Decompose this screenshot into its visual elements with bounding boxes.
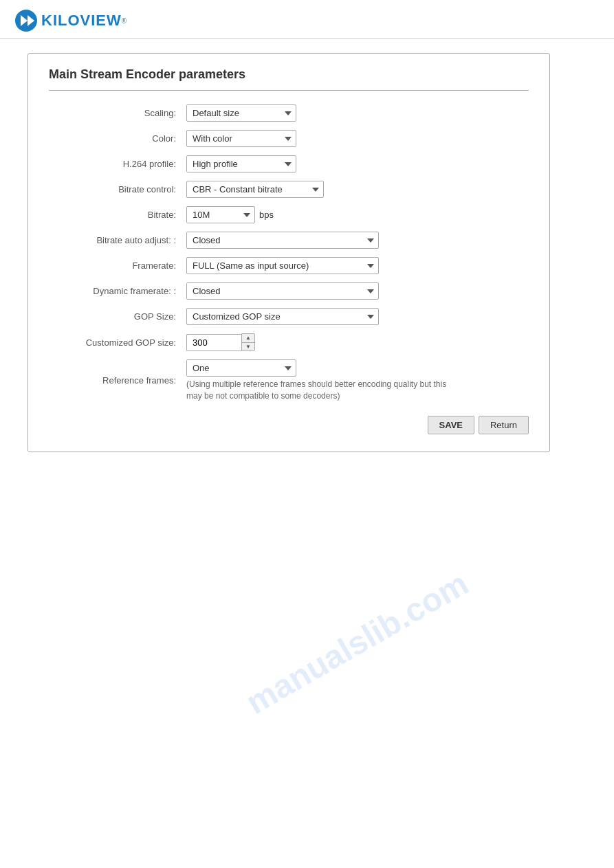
- dynamic-framerate-select[interactable]: Closed Opened: [186, 282, 379, 300]
- dynamic-framerate-control: Closed Opened: [186, 282, 529, 300]
- buttons-row: SAVE Return: [49, 416, 529, 434]
- logo-reg: ®: [122, 17, 127, 25]
- bitrate-control-label: Bitrate control:: [49, 184, 186, 194]
- customized-gop-label: Customized GOP size:: [49, 337, 186, 348]
- bitrate-control-control: CBR - Constant bitrate VBR - Variable bi…: [186, 181, 529, 198]
- customized-gop-input[interactable]: [186, 334, 241, 351]
- gop-size-control: Customized GOP size Auto GOP size: [186, 308, 529, 325]
- auto-adjust-label: Bitrate auto adjust: :: [49, 235, 186, 245]
- scaling-row: Scaling: Default size Custom size: [49, 104, 529, 122]
- panel-divider: [49, 90, 529, 91]
- bps-label: bps: [259, 210, 274, 220]
- h264-control: High profile Main profile Baseline profi…: [186, 155, 529, 173]
- auto-adjust-control: Closed Opened: [186, 232, 529, 249]
- gop-size-select[interactable]: Customized GOP size Auto GOP size: [186, 308, 379, 325]
- logo-text: KILOVIEW: [41, 12, 122, 30]
- encoder-panel: Main Stream Encoder parameters Scaling: …: [28, 53, 550, 452]
- customized-gop-row: Customized GOP size: ▲ ▼: [49, 333, 529, 351]
- auto-adjust-row: Bitrate auto adjust: : Closed Opened: [49, 232, 529, 249]
- h264-row: H.264 profile: High profile Main profile…: [49, 155, 529, 173]
- framerate-label: Framerate:: [49, 260, 186, 271]
- color-label: Color:: [49, 133, 186, 144]
- reference-frames-label: Reference frames:: [49, 375, 186, 386]
- reference-frames-note: (Using multiple reference frames should …: [186, 379, 461, 402]
- color-select[interactable]: With color Black and white: [186, 130, 296, 147]
- framerate-select[interactable]: FULL (Same as input source) 25fps 30fps …: [186, 257, 379, 274]
- bitrate-row: Bitrate: 1M 2M 4M 6M 8M 10M 15M 20M bps: [49, 206, 529, 223]
- gop-size-row: GOP Size: Customized GOP size Auto GOP s…: [49, 308, 529, 325]
- gop-size-label: GOP Size:: [49, 311, 186, 322]
- framerate-control: FULL (Same as input source) 25fps 30fps …: [186, 257, 529, 274]
- spinner-down-button[interactable]: ▼: [242, 342, 254, 350]
- header: KILOVIEW®: [0, 0, 614, 39]
- scaling-label: Scaling:: [49, 108, 186, 118]
- color-row: Color: With color Black and white: [49, 130, 529, 147]
- bitrate-label: Bitrate:: [49, 210, 186, 220]
- customized-gop-control: ▲ ▼: [186, 333, 529, 351]
- bitrate-control-row: Bitrate control: CBR - Constant bitrate …: [49, 181, 529, 198]
- kiloview-logo-icon: [14, 8, 39, 33]
- logo: KILOVIEW®: [14, 8, 127, 33]
- main-content: Main Stream Encoder parameters Scaling: …: [0, 39, 614, 466]
- bitrate-select[interactable]: 1M 2M 4M 6M 8M 10M 15M 20M: [186, 206, 255, 223]
- save-button[interactable]: SAVE: [428, 416, 474, 434]
- spinner-buttons: ▲ ▼: [241, 333, 255, 351]
- color-control: With color Black and white: [186, 130, 529, 147]
- reference-frames-control: One Two Three Four (Using multiple refer…: [186, 359, 529, 402]
- reference-frames-select[interactable]: One Two Three Four: [186, 359, 296, 377]
- bitrate-input-row: 1M 2M 4M 6M 8M 10M 15M 20M bps: [186, 206, 529, 223]
- scaling-select[interactable]: Default size Custom size: [186, 104, 296, 122]
- dynamic-framerate-label: Dynamic framerate: :: [49, 286, 186, 296]
- return-button[interactable]: Return: [479, 416, 529, 434]
- customized-gop-spinner: ▲ ▼: [186, 333, 529, 351]
- bitrate-control-select[interactable]: CBR - Constant bitrate VBR - Variable bi…: [186, 181, 324, 198]
- dynamic-framerate-row: Dynamic framerate: : Closed Opened: [49, 282, 529, 300]
- auto-adjust-select[interactable]: Closed Opened: [186, 232, 379, 249]
- framerate-row: Framerate: FULL (Same as input source) 2…: [49, 257, 529, 274]
- spinner-up-button[interactable]: ▲: [242, 334, 254, 342]
- reference-frames-row: Reference frames: One Two Three Four (Us…: [49, 359, 529, 402]
- h264-label: H.264 profile:: [49, 159, 186, 169]
- bitrate-control: 1M 2M 4M 6M 8M 10M 15M 20M bps: [186, 206, 529, 223]
- scaling-control: Default size Custom size: [186, 104, 529, 122]
- h264-select[interactable]: High profile Main profile Baseline profi…: [186, 155, 296, 173]
- panel-title: Main Stream Encoder parameters: [49, 67, 529, 82]
